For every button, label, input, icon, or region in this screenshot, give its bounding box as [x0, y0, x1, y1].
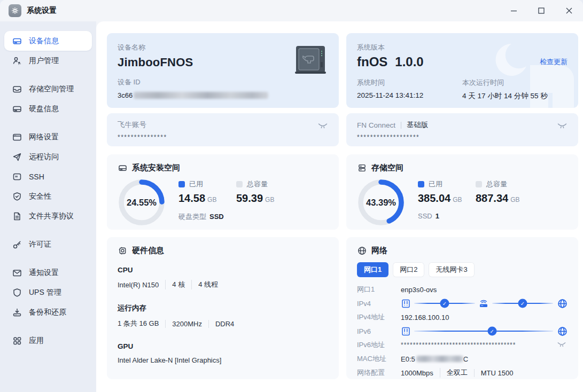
sidebar-item-storage-management[interactable]: 存储空间管理 — [4, 79, 92, 99]
apps-grid-icon — [12, 335, 22, 346]
gpu-value: Intel Alder Lake-N [Intel Graphics] — [118, 356, 328, 364]
system-space-title: 系统安装空间 — [132, 163, 180, 173]
storage-space-title: 存储空间 — [371, 163, 403, 173]
network-config-values: 1000Mbps 全双工 MTU 1500 — [401, 368, 513, 378]
ipv6-address-masked: ************************************** — [401, 341, 516, 349]
uptime-label: 本次运行时间 — [462, 78, 568, 88]
system-version-card: 系统版本 fnOS 1.0.0 检查更新 系统时间 2025-11-24 13:… — [346, 33, 578, 108]
storage-space-percent: 43.39% — [357, 178, 405, 226]
ipv6-label: IPv6 — [357, 327, 401, 335]
feiniu-account-label: 飞牛账号 — [118, 120, 328, 130]
sidebar-item-label: 应用 — [29, 336, 44, 346]
fn-connect-masked: ******************* — [357, 134, 568, 141]
fn-connect-card: FN Connect 基础版 ******************* — [346, 113, 578, 146]
ipv4-address-label: IPv4地址 — [357, 312, 401, 322]
sidebar-item-license[interactable]: 许可证 — [4, 234, 92, 254]
sidebar-item-file-sharing[interactable]: 文件共享协议 — [4, 206, 92, 226]
sidebar-item-security[interactable]: 安全性 — [4, 186, 92, 206]
check-update-link[interactable]: 检查更新 — [540, 57, 568, 67]
chip-icon — [118, 246, 127, 256]
sidebar-item-label: 通知设置 — [29, 268, 59, 278]
system-time-label: 系统时间 — [357, 78, 462, 88]
mail-icon — [12, 268, 22, 278]
sidebar-item-ssh[interactable]: SSH — [4, 167, 92, 186]
sidebar-item-user-management[interactable]: 用户管理 — [4, 51, 92, 70]
system-settings-window: 系统设置 设备信息 用户管理 存储空间管理 硬盘信息 — [0, 0, 583, 392]
nas-device-image — [294, 45, 327, 77]
sidebar-item-disk-info[interactable]: 硬盘信息 — [4, 99, 92, 119]
device-id-value: 3c66 — [118, 91, 328, 99]
sidebar-item-network-settings[interactable]: 网络设置 — [4, 127, 92, 147]
fn-connect-badge: 基础版 — [407, 120, 429, 130]
hardware-info-card: 硬件信息 CPU Intel(R) N150 4 核 4 线程 运行内存 — [107, 237, 339, 379]
globe-icon — [357, 246, 367, 256]
ram-specs: 1 条共 16 GB 3200MHz DDR4 — [118, 319, 328, 328]
stacked-drives-icon — [357, 163, 367, 173]
eye-closed-icon[interactable] — [557, 122, 568, 131]
divider — [401, 122, 401, 129]
tab-port2[interactable]: 网口2 — [393, 262, 424, 277]
shield-check-icon — [12, 191, 22, 201]
close-button[interactable] — [562, 3, 577, 18]
drive-icon — [12, 36, 22, 46]
uptime-value: 4 天 17 小时 14 分钟 55 秒 — [462, 91, 568, 101]
total-value: 887.34 — [476, 192, 508, 204]
ram-label: 运行内存 — [118, 303, 328, 313]
check-icon: ✓ — [440, 299, 449, 308]
disk-type-value: SSD — [209, 213, 224, 221]
gpu-label: GPU — [118, 342, 328, 350]
sidebar-item-label: SSH — [29, 173, 44, 181]
used-legend-swatch — [418, 181, 424, 187]
mac-address-label: MAC地址 — [357, 354, 401, 364]
ipv4-label: IPv4 — [357, 300, 401, 308]
sidebar-item-apps[interactable]: 应用 — [4, 331, 92, 350]
ipv6-topology: ✓ — [401, 326, 568, 336]
disk-type-label: 硬盘类型 — [178, 213, 206, 221]
used-label: 已用 — [189, 179, 203, 189]
nas-icon — [401, 326, 411, 336]
user-gear-icon — [12, 56, 22, 66]
system-space-donut: 24.55% — [118, 178, 166, 226]
device-id-label: 设备 ID — [118, 77, 328, 87]
sidebar-item-notification-settings[interactable]: 通知设置 — [4, 263, 92, 283]
sidebar-item-ups-management[interactable]: UPS 管理 — [4, 283, 92, 302]
eye-closed-icon[interactable] — [317, 122, 328, 131]
feiniu-account-masked: *************** — [118, 134, 328, 141]
used-label: 已用 — [429, 179, 442, 189]
sidebar-item-backup-restore[interactable]: 备份和还原 — [4, 302, 92, 322]
storage-space-donut: 43.39% — [357, 178, 405, 226]
network-title: 网络 — [371, 246, 387, 256]
sidebar-item-device-info[interactable]: 设备信息 — [4, 31, 92, 51]
check-icon: ✓ — [487, 327, 496, 336]
internet-globe-icon — [557, 299, 568, 309]
network-config-label: 网络配置 — [357, 368, 401, 378]
used-legend-swatch — [178, 181, 185, 187]
sidebar-item-label: 远程访问 — [29, 152, 59, 162]
tab-wireless3[interactable]: 无线网卡3 — [429, 262, 474, 277]
maximize-button[interactable] — [534, 3, 549, 18]
sidebar-item-label: 安全性 — [29, 192, 51, 201]
os-version: 1.0.0 — [395, 54, 423, 69]
used-unit: GB — [207, 196, 216, 203]
total-value: 59.39 — [236, 192, 263, 204]
used-value: 385.04 — [418, 192, 450, 204]
mac-address-value: E0:5C — [401, 355, 468, 363]
terminal-icon — [12, 171, 22, 182]
eye-closed-icon[interactable] — [557, 341, 566, 349]
sidebar-item-label: 网络设置 — [29, 132, 59, 142]
sidebar-item-remote-access[interactable]: 远程访问 — [4, 147, 92, 167]
network-card: 网络 网口1 网口2 无线网卡3 网口1 enp3s0-ovs IPv4 — [346, 237, 578, 379]
used-unit: GB — [453, 196, 462, 203]
sidebar-item-label: 设备信息 — [29, 36, 59, 46]
sidebar: 设备信息 用户管理 存储空间管理 硬盘信息 网络设置 远程访问 — [0, 21, 96, 392]
total-legend-swatch — [236, 181, 243, 187]
sidebar-item-label: 用户管理 — [29, 56, 59, 66]
router-icon — [478, 298, 489, 309]
main-panel: 设备名称 JimbooFNOS 设备 ID 3c66 — [96, 21, 583, 392]
tab-port1[interactable]: 网口1 — [357, 262, 388, 277]
minimize-button[interactable] — [506, 3, 521, 18]
cpu-label: CPU — [118, 266, 328, 274]
used-value: 14.58 — [178, 192, 205, 204]
sidebar-item-label: 硬盘信息 — [29, 104, 59, 114]
fn-connect-label: FN Connect — [357, 121, 395, 129]
